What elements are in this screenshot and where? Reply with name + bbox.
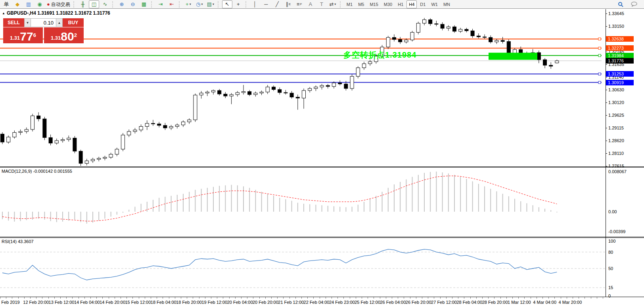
candle-body xyxy=(423,20,426,23)
candle-body xyxy=(145,124,149,127)
time-label: 14 Feb 04:00 xyxy=(74,300,100,305)
candle-body xyxy=(188,120,191,122)
candle-body xyxy=(362,64,366,68)
timeframe-h1-button[interactable]: H1 xyxy=(395,0,406,8)
zoom-in-button[interactable]: ⊕ xyxy=(117,0,127,8)
zoom-in-icon: ⊕ xyxy=(119,1,124,8)
hline-handle[interactable] xyxy=(598,38,601,40)
candle-body xyxy=(242,91,245,93)
tile-windows-button[interactable]: ▦ xyxy=(139,0,149,8)
timeframe-h4-button[interactable]: H4 xyxy=(406,0,417,8)
chart-line-button[interactable]: ∿ xyxy=(100,0,110,8)
candle-body xyxy=(513,50,517,53)
timeframe-mn-button[interactable]: MN xyxy=(441,0,452,8)
periods-dropdown-arrow-icon[interactable]: ▾ xyxy=(201,1,203,8)
templates-button[interactable]: ▤▾ xyxy=(205,0,216,8)
search-button[interactable] xyxy=(615,0,626,8)
periods-icon: ◷ xyxy=(196,1,200,8)
macd-label: MACD(12,26,9) -0.000142 0.001555 xyxy=(2,169,72,174)
cursor-button[interactable]: ↖ xyxy=(222,0,232,8)
time-label: 4 Mar 04:00 xyxy=(533,300,556,305)
timeframe-d1-button[interactable]: D1 xyxy=(418,0,428,8)
candle-body xyxy=(332,83,336,87)
text-label-icon: T xyxy=(320,1,323,8)
fibonacci-button[interactable]: ≡F xyxy=(294,0,305,8)
chart-shift-button[interactable]: ⇤ xyxy=(167,0,177,8)
buy-price-button[interactable]: 1.31 80 2 xyxy=(44,27,84,43)
sell-price-button[interactable]: 1.31 77 6 xyxy=(3,27,43,43)
hline-handle[interactable] xyxy=(598,54,601,57)
main-chart-pane[interactable]: ▲ GBPUSD-,H4 1.31691 1.31822 1.31672 1.3… xyxy=(0,9,606,166)
buy-button[interactable]: BUY xyxy=(63,18,84,27)
text-label-button[interactable]: T xyxy=(316,0,327,8)
crosshair-button[interactable]: + xyxy=(233,0,243,8)
rsi-pane[interactable]: RSI(14) 43.3607 xyxy=(0,238,606,297)
tile-windows-icon: ▦ xyxy=(142,1,146,8)
gold-instrument-button[interactable]: ◆ xyxy=(12,0,23,8)
toolbar-separator xyxy=(245,1,248,8)
timeframe-m1-button[interactable]: M1 xyxy=(344,0,355,8)
autotrading-button[interactable]: ●自动交易 xyxy=(46,0,71,8)
macd-canvas[interactable] xyxy=(0,168,606,237)
time-axis[interactable]: 2 Feb 201912 Feb 20:0013 Feb 12:0014 Feb… xyxy=(0,297,644,307)
price-tick-label: 1.33150 xyxy=(608,24,624,29)
candle-body xyxy=(55,141,58,143)
rsi-canvas[interactable] xyxy=(0,238,606,297)
price-tick-label: 1.30630 xyxy=(608,87,624,92)
collapse-arrow-icon[interactable]: ▲ xyxy=(2,12,5,15)
signals-button[interactable]: ◉ xyxy=(34,0,45,8)
pivot-annotation[interactable]: 多空转折点1.31984 xyxy=(343,50,416,60)
timeframe-m30-button[interactable]: M30 xyxy=(381,0,395,8)
hline-handle[interactable] xyxy=(598,81,601,84)
candle-body xyxy=(151,124,155,124)
timeframe-m5-button[interactable]: M5 xyxy=(356,0,366,8)
candle-body xyxy=(67,138,71,140)
trend-line-button[interactable]: ╱ xyxy=(272,0,282,8)
volume-up-button[interactable]: ▲ xyxy=(56,18,63,27)
vertical-line-icon: │ xyxy=(253,1,257,8)
volume-input[interactable] xyxy=(31,18,56,27)
new-order-button[interactable]: 单 xyxy=(1,0,12,8)
equidistant-channel-button[interactable]: ∥E xyxy=(283,0,293,8)
arrows-button[interactable]: ⇄▾ xyxy=(328,0,338,8)
time-axis-ticks xyxy=(0,297,606,299)
green-zone-rectangle[interactable] xyxy=(489,53,537,60)
hline-handle[interactable] xyxy=(598,47,601,49)
new-chart-dropdown-arrow-icon[interactable]: ▾ xyxy=(190,1,191,8)
chart-candles-button[interactable]: ◫ xyxy=(89,0,99,8)
text-button[interactable]: A xyxy=(305,0,316,8)
candle-body xyxy=(447,27,450,28)
volume-down-button[interactable]: ▼ xyxy=(24,18,31,27)
zoom-out-button[interactable]: ⊖ xyxy=(128,0,138,8)
candle-body xyxy=(393,37,396,39)
candle-body xyxy=(272,87,276,89)
price-chart-canvas[interactable] xyxy=(0,9,606,166)
auto-scroll-button[interactable]: ⇥ xyxy=(155,0,166,8)
horizontal-line-button[interactable]: ─ xyxy=(261,0,271,8)
candle-body xyxy=(133,130,137,131)
candle-body xyxy=(296,97,299,98)
new-chart-button[interactable]: +▾ xyxy=(183,0,194,8)
candle-body xyxy=(205,92,209,93)
hline-handle[interactable] xyxy=(598,73,601,75)
time-label: 14 Feb 20:00 xyxy=(100,300,125,305)
candle-body xyxy=(429,20,432,24)
chart-bars-button[interactable]: ╫ xyxy=(78,0,88,8)
arrows-dropdown-arrow-icon[interactable]: ▾ xyxy=(334,1,336,8)
macd-pane[interactable]: MACD(12,26,9) -0.000142 0.001555 xyxy=(0,168,606,237)
candle-body xyxy=(254,93,257,95)
periods-button[interactable]: ◷▾ xyxy=(194,0,205,8)
timeframe-m15-button[interactable]: M15 xyxy=(367,0,380,8)
sell-button[interactable]: SELL xyxy=(3,18,24,27)
market-watch-button[interactable]: ▥ xyxy=(23,0,34,8)
candle-body xyxy=(260,92,263,93)
candle-body xyxy=(85,161,88,163)
time-label: 28 Feb 04:00 xyxy=(456,300,482,305)
chat-button[interactable] xyxy=(629,0,639,8)
vertical-line-button[interactable]: │ xyxy=(250,0,260,8)
timeframe-w1-button[interactable]: W1 xyxy=(429,0,440,8)
price-tick xyxy=(606,64,607,65)
new-chart-icon: + xyxy=(186,1,189,8)
time-label: 21 Feb 12:00 xyxy=(278,300,304,305)
templates-dropdown-arrow-icon[interactable]: ▾ xyxy=(213,1,214,8)
